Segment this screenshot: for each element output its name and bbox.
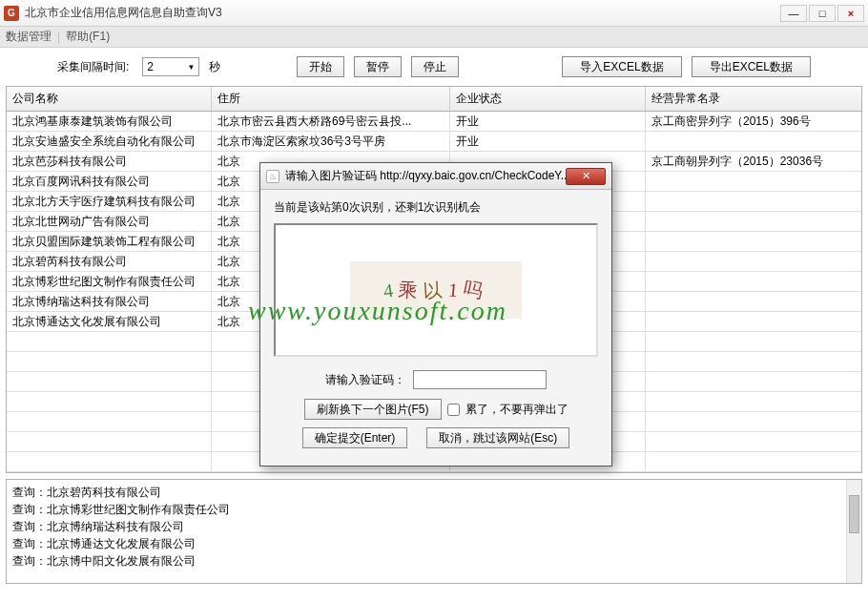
table-cell: 北京博通达文化发展有限公司 [7,312,212,331]
table-cell: 开业 [450,132,646,151]
table-cell: 北京市密云县西大桥路69号密云县投... [212,112,450,131]
java-icon: ♨ [266,170,279,183]
log-line: 查询：北京博中阳文化发展有限公司 [12,552,856,570]
table-cell: 北京北方天宇医疗建筑科技有限公司 [7,192,212,211]
table-cell [646,332,860,351]
interval-combo[interactable]: 2 ▼ [142,57,199,76]
chevron-down-icon: ▼ [187,63,195,72]
import-excel-button[interactable]: 导入EXCEL数据 [562,56,681,77]
log-scrollbar[interactable] [846,480,861,583]
table-cell: 北京市海淀区索家坟36号3号平房 [212,132,450,151]
column-company[interactable]: 公司名称 [7,87,212,111]
table-cell [7,372,212,391]
menu-data-manage[interactable]: 数据管理 [6,29,52,45]
table-cell [646,312,860,331]
table-cell: 北京贝盟国际建筑装饰工程有限公司 [7,232,212,251]
table-cell: 开业 [450,112,646,131]
dialog-info: 当前是该站第0次识别，还剩1次识别机会 [274,199,598,216]
table-cell [7,452,212,471]
table-cell [646,272,860,291]
table-cell [7,392,212,411]
interval-label: 采集间隔时间: [57,59,129,75]
table-cell [646,412,860,431]
table-cell: 北京安迪盛安全系统自动化有限公司 [7,132,212,151]
dialog-title: 请输入图片验证码 http://qyxy.baic.gov.cn/CheckCo… [285,168,566,184]
table-cell [7,332,212,351]
table-cell: 北京博彩世纪图文制作有限责任公司 [7,272,212,291]
table-cell: 京工商密异列字（2015）396号 [646,112,860,131]
captcha-input[interactable] [413,370,547,389]
log-line: 查询：北京碧芮科技有限公司 [12,484,856,501]
table-cell: 北京芭莎科技有限公司 [7,152,212,171]
window-title: 北京市企业信用信息网信息自助查询V3 [25,5,780,21]
captcha-input-label: 请输入验证码： [325,372,405,388]
maximize-button[interactable]: □ [809,5,836,22]
submit-button[interactable]: 确定提交(Enter) [302,427,408,448]
table-cell [7,432,212,451]
table-row[interactable]: 北京鸿基康泰建筑装饰有限公司北京市密云县西大桥路69号密云县投...开业京工商密… [7,112,861,132]
cancel-button[interactable]: 取消，跳过该网站(Esc) [426,427,569,448]
toolbar: 采集间隔时间: 2 ▼ 秒 开始 暂停 停止 导入EXCEL数据 导出EXCEL… [0,48,868,86]
minimize-button[interactable]: — [780,5,807,22]
interval-value: 2 [147,60,154,73]
table-cell: 北京博纳瑞达科技有限公司 [7,292,212,311]
window-titlebar: G 北京市企业信用信息网信息自助查询V3 — □ × [0,0,868,27]
table-cell [646,192,860,211]
dialog-close-button[interactable]: ✕ [566,168,606,185]
menu-help[interactable]: 帮助(F1) [66,29,110,45]
table-cell [7,412,212,431]
table-cell [646,392,860,411]
table-cell [646,452,860,471]
table-cell: 京工商朝异列字（2015）23036号 [646,152,860,171]
tired-checkbox[interactable] [447,404,460,416]
interval-unit: 秒 [209,59,220,75]
table-cell [646,352,860,371]
table-cell [646,172,860,191]
table-cell [646,232,860,251]
log-line: 查询：北京博纳瑞达科技有限公司 [12,518,856,535]
table-cell [646,292,860,311]
column-status[interactable]: 企业状态 [450,87,646,111]
log-line: 查询：北京博通达文化发展有限公司 [12,535,856,552]
menu-bar: 数据管理 | 帮助(F1) [0,27,868,48]
table-cell [646,372,860,391]
dialog-titlebar[interactable]: ♨ 请输入图片验证码 http://qyxy.baic.gov.cn/Check… [260,163,611,190]
app-icon: G [4,6,19,21]
captcha-image: 4乘以1吗 [350,261,522,319]
table-cell: 北京碧芮科技有限公司 [7,252,212,271]
start-button[interactable]: 开始 [297,56,344,77]
table-row[interactable]: 北京安迪盛安全系统自动化有限公司北京市海淀区索家坟36号3号平房开业 [7,132,861,152]
export-excel-button[interactable]: 导出EXCEL数据 [692,56,811,77]
captcha-image-box: 4乘以1吗 [274,223,598,357]
grid-header: 公司名称 住所 企业状态 经营异常名录 [7,87,861,112]
table-cell [646,132,860,151]
close-button[interactable]: × [837,5,864,22]
column-address[interactable]: 住所 [212,87,450,111]
refresh-captcha-button[interactable]: 刷新换下一个图片(F5) [304,399,442,420]
log-line: 查询：北京博彩世纪图文制作有限责任公司 [12,501,856,518]
table-cell: 北京百度网讯科技有限公司 [7,172,212,191]
table-cell [646,432,860,451]
table-cell [646,252,860,271]
table-cell [7,352,212,371]
table-cell [646,212,860,231]
table-cell: 北京鸿基康泰建筑装饰有限公司 [7,112,212,131]
column-abnormal[interactable]: 经营异常名录 [646,87,860,111]
tired-label: 累了，不要再弹出了 [465,402,568,418]
captcha-dialog: ♨ 请输入图片验证码 http://qyxy.baic.gov.cn/Check… [259,162,612,466]
stop-button[interactable]: 停止 [411,56,459,77]
log-panel: 查询：北京碧芮科技有限公司查询：北京博彩世纪图文制作有限责任公司查询：北京博纳瑞… [6,479,862,584]
pause-button[interactable]: 暂停 [354,56,402,77]
table-cell: 北京北世网动广告有限公司 [7,212,212,231]
menu-separator: | [57,31,60,44]
